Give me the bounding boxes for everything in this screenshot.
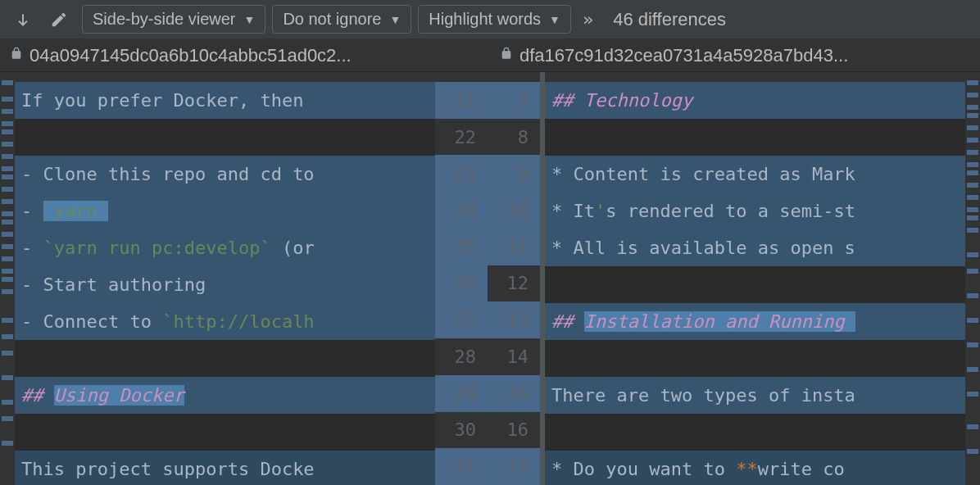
line-number: 9 bbox=[488, 155, 540, 192]
chevron-down-icon: ▼ bbox=[389, 13, 401, 26]
code-line[interactable] bbox=[15, 119, 435, 156]
line-number: 8 bbox=[488, 119, 540, 156]
right-marker-strip[interactable] bbox=[965, 72, 980, 485]
line-number: 24 bbox=[435, 192, 488, 229]
code-line[interactable] bbox=[545, 119, 965, 156]
left-diff-pane[interactable]: If you prefer Docker, then- Clone this r… bbox=[15, 72, 435, 485]
code-line[interactable]: ## Installation and Running bbox=[545, 303, 965, 340]
lock-icon bbox=[500, 47, 513, 64]
highlight-mode-dropdown[interactable]: Highlight words ▼ bbox=[418, 5, 571, 34]
diff-body: ✓ ✓ If you prefer Docker, then- Clone th… bbox=[0, 72, 980, 485]
code-line[interactable]: - Connect to `http://localh bbox=[15, 303, 435, 340]
code-line[interactable]: * Content is created as Mark bbox=[545, 156, 965, 193]
right-diff-pane[interactable]: ## Technology* Content is created as Mar… bbox=[545, 72, 965, 485]
line-number: 14 bbox=[488, 338, 540, 375]
highlight-mode-label: Highlight words bbox=[429, 10, 541, 29]
line-number: 27 bbox=[435, 301, 488, 338]
code-line[interactable]: - Start authoring bbox=[15, 266, 435, 303]
code-line[interactable]: - Clone this repo and cd to bbox=[15, 156, 435, 193]
diff-toolbar: Side-by-side viewer ▼ Do not ignore ▼ Hi… bbox=[0, 0, 980, 39]
ignore-mode-dropdown[interactable]: Do not ignore ▼ bbox=[272, 5, 411, 34]
line-number: 16 bbox=[488, 412, 540, 449]
line-number: 31 bbox=[435, 448, 488, 485]
code-line[interactable] bbox=[545, 266, 965, 303]
chevron-down-icon: ▼ bbox=[549, 13, 560, 26]
pencil-icon[interactable] bbox=[49, 10, 69, 29]
code-line[interactable]: - `yarn run pc:develop` (or bbox=[15, 229, 435, 266]
more-options-icon[interactable]: » bbox=[578, 9, 598, 29]
code-line[interactable]: There are two types of insta bbox=[545, 377, 965, 414]
file-tabs-bar: 04a0947145dc0a6b10c4abbc51ad0c2... dfa16… bbox=[0, 39, 980, 72]
line-number: 12 bbox=[488, 265, 540, 302]
left-marker-strip[interactable] bbox=[0, 72, 15, 485]
line-number: 21 bbox=[435, 82, 488, 119]
line-number: 25 bbox=[435, 229, 488, 265]
code-line[interactable]: - `yarn` bbox=[15, 193, 435, 229]
line-number: 10 bbox=[488, 192, 540, 229]
ignore-mode-label: Do not ignore bbox=[283, 10, 381, 29]
left-file-name: 04a0947145dc0a6b10c4abbc51ad0c2... bbox=[29, 45, 352, 66]
line-number: 26 bbox=[435, 265, 488, 302]
diff-count-label: 46 differences bbox=[605, 9, 734, 30]
code-line[interactable]: * Do you want to **write co bbox=[545, 451, 965, 485]
code-line[interactable] bbox=[15, 414, 435, 451]
right-file-tab[interactable]: dfa167c91d32cea0731a4a5928a7bd43... bbox=[490, 39, 980, 71]
code-line[interactable]: This project supports Docke bbox=[15, 451, 435, 485]
line-number: 11 bbox=[488, 229, 540, 265]
code-line[interactable] bbox=[545, 414, 965, 451]
code-line[interactable]: ## Technology bbox=[545, 82, 965, 119]
left-file-tab[interactable]: 04a0947145dc0a6b10c4abbc51ad0c2... bbox=[0, 39, 490, 71]
code-line[interactable] bbox=[15, 340, 435, 377]
viewer-mode-dropdown[interactable]: Side-by-side viewer ▼ bbox=[82, 5, 265, 34]
line-number: 13 bbox=[488, 301, 540, 338]
line-number: 29 bbox=[435, 375, 488, 412]
line-number: 30 bbox=[435, 412, 488, 449]
nav-icons-group bbox=[7, 10, 75, 29]
line-number-gutter: 2122232425262728293031 78910111213141516… bbox=[435, 72, 540, 485]
line-number: 28 bbox=[435, 338, 488, 375]
code-line[interactable] bbox=[545, 340, 965, 377]
code-line[interactable]: * All is available as open s bbox=[545, 229, 965, 266]
right-file-name: dfa167c91d32cea0731a4a5928a7bd43... bbox=[519, 45, 848, 66]
code-line[interactable]: * It's rendered to a semi-st bbox=[545, 193, 965, 229]
line-number: 17 bbox=[488, 448, 540, 485]
chevron-down-icon: ▼ bbox=[244, 13, 256, 26]
code-line[interactable]: ## Using Docker bbox=[15, 377, 435, 414]
line-number: 23 bbox=[435, 155, 488, 192]
line-number: 7 bbox=[488, 82, 540, 119]
viewer-mode-label: Side-by-side viewer bbox=[93, 10, 236, 29]
arrow-down-icon[interactable] bbox=[13, 10, 33, 29]
lock-icon bbox=[10, 47, 23, 64]
line-number: 22 bbox=[435, 119, 488, 156]
code-line[interactable]: If you prefer Docker, then bbox=[15, 82, 435, 119]
line-number: 15 bbox=[488, 375, 540, 412]
